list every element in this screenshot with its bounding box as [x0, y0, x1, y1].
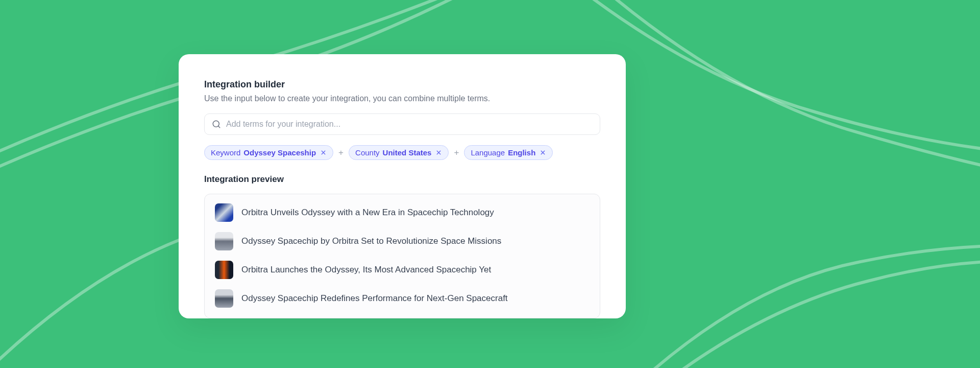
search-icon [212, 120, 221, 129]
card-subtitle: Use the input below to create your integ… [204, 94, 600, 103]
tag-separator: + [338, 148, 344, 158]
thumbnail-image [215, 289, 233, 308]
list-item[interactable]: Odyssey Spacechip by Orbitra Set to Revo… [215, 232, 590, 250]
preview-item-text: Odyssey Spacechip Redefines Performance … [241, 293, 508, 304]
search-box[interactable] [204, 113, 600, 135]
close-icon[interactable] [320, 149, 327, 156]
list-item[interactable]: Orbitra Unveils Odyssey with a New Era i… [215, 203, 590, 222]
preview-item-text: Orbitra Unveils Odyssey with a New Era i… [241, 208, 494, 218]
tag-label: Language [471, 148, 505, 157]
svg-line-1 [218, 126, 219, 127]
tag-separator: + [454, 148, 459, 158]
list-item[interactable]: Odyssey Spacechip Redefines Performance … [215, 289, 590, 308]
tags-row: Keyword Odyssey Spaceship + County Unite… [204, 145, 600, 160]
card-title: Integration builder [204, 79, 600, 90]
tag-value: English [508, 148, 535, 157]
close-icon[interactable] [540, 149, 546, 156]
tag-label: Keyword [211, 148, 240, 157]
preview-item-text: Odyssey Spacechip by Orbitra Set to Revo… [241, 236, 501, 246]
integration-builder-card: Integration builder Use the input below … [179, 54, 626, 318]
list-item[interactable]: Orbitra Launches the Odyssey, Its Most A… [215, 261, 590, 279]
thumbnail-image [215, 203, 233, 222]
thumbnail-image [215, 261, 233, 279]
tag-language[interactable]: Language English [464, 145, 553, 160]
tag-value: United States [383, 148, 432, 157]
tag-value: Odyssey Spaceship [243, 148, 316, 157]
search-input[interactable] [226, 120, 593, 129]
preview-title: Integration preview [204, 174, 600, 185]
preview-box: Orbitra Unveils Odyssey with a New Era i… [204, 194, 600, 318]
close-icon[interactable] [435, 149, 442, 156]
preview-item-text: Orbitra Launches the Odyssey, Its Most A… [241, 265, 491, 275]
tag-county[interactable]: County United States [349, 145, 449, 160]
tag-keyword[interactable]: Keyword Odyssey Spaceship [204, 145, 333, 160]
thumbnail-image [215, 232, 233, 250]
tag-label: County [355, 148, 380, 157]
